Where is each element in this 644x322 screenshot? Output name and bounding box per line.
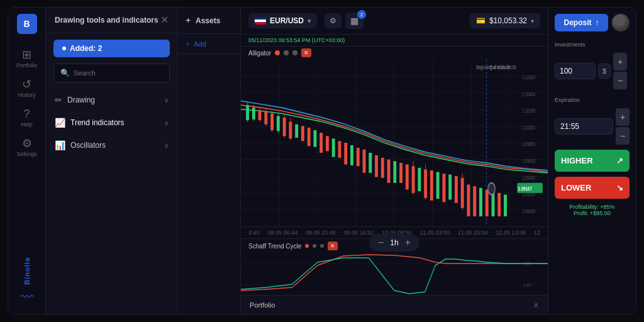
investment-decrement-button[interactable]: − xyxy=(613,72,627,89)
expiration-increment-button[interactable]: + xyxy=(616,108,630,126)
indicators-button[interactable]: ⚙ xyxy=(325,13,341,28)
category-trend[interactable]: 📈 Trend indicators ∧ xyxy=(46,111,177,134)
zoom-in-button[interactable]: + xyxy=(405,237,411,248)
alligator-dot-gray2 xyxy=(292,50,297,55)
svg-text:1.09400: 1.09400 xyxy=(522,174,535,181)
svg-rect-68 xyxy=(479,188,482,216)
expiration-value: 21:55 xyxy=(555,118,613,135)
svg-rect-71 xyxy=(497,193,501,216)
svg-rect-51 xyxy=(393,161,396,183)
expiration-decrement-button[interactable]: − xyxy=(616,127,630,145)
alligator-dot-gray xyxy=(284,50,289,55)
svg-rect-63 xyxy=(455,176,458,203)
svg-text:1.09000: 1.09000 xyxy=(522,208,535,214)
category-oscillators[interactable]: 📊 Oscillators ∨ xyxy=(46,134,177,157)
zoom-out-button[interactable]: − xyxy=(378,237,384,248)
close-button[interactable]: ✕ xyxy=(160,15,169,25)
higher-button[interactable]: HIGHER ↗ xyxy=(555,150,630,172)
active-indicators-badge: 2 xyxy=(357,10,366,19)
pair-selector[interactable]: EUR/USD ▾ xyxy=(248,13,317,28)
time-label-5: 11.05 03:00 xyxy=(419,230,450,236)
svg-text:1.10200: 1.10200 xyxy=(522,108,535,114)
svg-rect-61 xyxy=(442,174,445,202)
time-controls: − 1h + xyxy=(369,234,419,252)
search-box[interactable]: 🔍 xyxy=(53,64,170,82)
svg-rect-52 xyxy=(399,163,402,183)
chart-canvas: Beginning of trade: 06:06 End of trade xyxy=(241,59,548,226)
investment-row: $ + − xyxy=(555,53,630,89)
alligator-delete-btn[interactable]: ✕ xyxy=(301,48,311,57)
profit-info: Profitability: +85% Profit: +$85.00 xyxy=(555,204,630,216)
panel-title: Drawing tools and indicators xyxy=(55,16,158,25)
investment-input[interactable] xyxy=(555,63,596,79)
schaff-dot-red xyxy=(305,244,309,248)
svg-rect-53 xyxy=(406,165,409,190)
svg-text:1.09600: 1.09600 xyxy=(522,157,535,164)
svg-rect-56 xyxy=(418,168,421,191)
svg-rect-42 xyxy=(338,141,341,158)
assets-panel: ＋ Assets ＋ Add xyxy=(178,8,241,314)
oscillators-category-icon: 📊 xyxy=(55,140,65,150)
assets-title: Assets xyxy=(196,16,220,25)
currency-label: $ xyxy=(598,64,611,79)
svg-point-73 xyxy=(488,183,495,195)
svg-rect-67 xyxy=(473,186,476,216)
svg-rect-44 xyxy=(350,145,353,165)
sidebar-item-portfolio[interactable]: ⊞ Portfolio xyxy=(8,44,45,74)
svg-text:1.10400: 1.10400 xyxy=(522,91,535,97)
chevron-down-icon: ∨ xyxy=(164,97,169,104)
chevron-up-icon: ∧ xyxy=(164,119,169,126)
svg-rect-59 xyxy=(430,170,433,201)
pair-label: EUR/USD xyxy=(270,16,304,25)
alligator-label-row: Alligator ✕ xyxy=(241,47,548,59)
investment-increment-button[interactable]: + xyxy=(613,53,627,70)
date-strip: 05/11/2023 09:53:54 PM (UTC+03:00) xyxy=(241,35,548,47)
deposit-arrow-icon: ↑ xyxy=(596,18,599,27)
balance-value: $10,053.32 xyxy=(489,16,527,25)
chart-tools: ⚙ ▦ 2 xyxy=(325,13,364,29)
deposit-button[interactable]: Deposit ↑ xyxy=(555,14,608,31)
time-label-7: 12.05 13:08 xyxy=(496,230,526,236)
portfolio-label: Portfolio xyxy=(250,301,275,309)
time-label-1: 08.05 06:44 xyxy=(267,230,297,236)
balance-display[interactable]: 💳 $10,053.32 ▾ xyxy=(470,13,540,28)
svg-rect-41 xyxy=(332,138,335,157)
brand-name: Binolla xyxy=(23,257,31,285)
svg-text:End of trade: End of trade xyxy=(490,64,509,71)
sidebar-item-label: History xyxy=(18,92,35,98)
added-badge[interactable]: Added: 2 xyxy=(53,40,170,57)
chevron-down-icon-2: ∨ xyxy=(164,142,169,149)
svg-text:1.09167: 1.09167 xyxy=(518,185,532,192)
panel-header: Drawing tools and indicators ✕ xyxy=(46,8,177,33)
svg-text:1.09800: 1.09800 xyxy=(522,141,535,148)
avatar[interactable] xyxy=(612,14,630,31)
alligator-label: Alligator xyxy=(248,50,271,57)
chart-date: 05/11/2023 09:53:54 PM (UTC+03:00) xyxy=(248,37,345,43)
add-asset-button[interactable]: ＋ Add xyxy=(178,34,240,54)
portfolio-icon: ⊞ xyxy=(22,49,31,60)
help-icon: ? xyxy=(23,108,30,119)
svg-rect-46 xyxy=(363,150,366,173)
expiration-row: 21:55 + − xyxy=(555,108,630,145)
chart-type-button[interactable]: ▦ 2 xyxy=(345,13,364,29)
schaff-delete-btn[interactable]: ✕ xyxy=(328,242,338,250)
plus-icon: ＋ xyxy=(184,15,192,26)
svg-rect-43 xyxy=(344,143,347,165)
timeframe-label: 1h xyxy=(390,238,398,247)
sidebar-item-history[interactable]: ↺ History xyxy=(8,74,45,103)
history-icon: ↺ xyxy=(22,79,31,90)
search-input[interactable] xyxy=(74,69,163,77)
wallet-icon: 💳 xyxy=(476,16,486,25)
assets-header[interactable]: ＋ Assets xyxy=(178,8,240,34)
schaff-label: Schaff Trend Cycle xyxy=(248,243,301,250)
profitability-label: Profitability: +85% xyxy=(555,204,630,210)
sidebar-item-settings[interactable]: ⚙ Settings xyxy=(8,133,45,162)
category-drawing[interactable]: ✏ Drawing ∨ xyxy=(46,89,177,111)
sidebar-item-help[interactable]: ? Help xyxy=(8,103,45,133)
sidebar-item-label: Help xyxy=(21,121,33,128)
svg-rect-50 xyxy=(387,160,391,183)
chevron-down-icon-3: ▾ xyxy=(308,18,311,25)
time-label-3: 09.05 16:52 xyxy=(343,230,374,236)
svg-rect-36 xyxy=(301,126,304,141)
lower-button[interactable]: LOWER ↘ xyxy=(555,177,630,199)
